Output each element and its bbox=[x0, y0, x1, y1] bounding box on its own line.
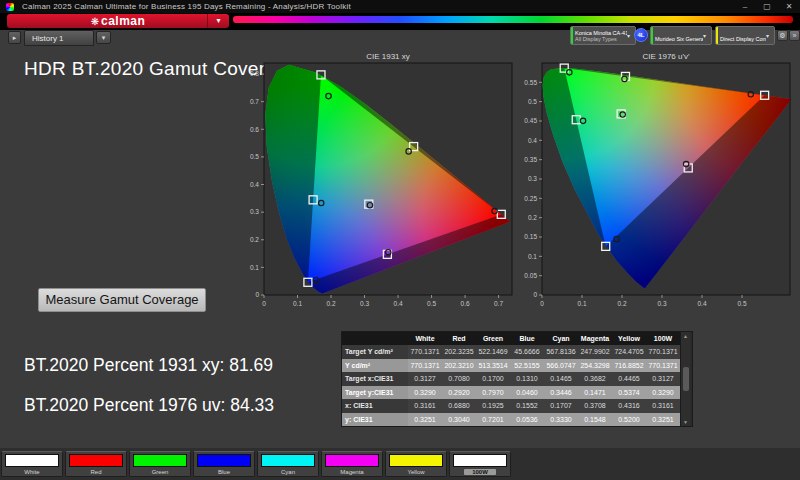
color-swatch bbox=[5, 454, 59, 467]
pattern-button-green[interactable]: Green bbox=[129, 451, 191, 477]
table-cell: 0.3251 bbox=[646, 413, 680, 427]
session-play-button[interactable]: ▸ bbox=[8, 31, 21, 44]
row-label: x: CIE31 bbox=[342, 399, 408, 413]
row-label: Target y:CIE31 bbox=[342, 386, 408, 400]
generator-dropdown[interactable]: Murideo Six Generator ▾ bbox=[650, 26, 712, 45]
table-cell: 0.6880 bbox=[442, 399, 476, 413]
table-cell: 724.4705 bbox=[612, 345, 646, 359]
calman-logo-button[interactable]: ❋ calman ▾ bbox=[7, 14, 229, 28]
column-header-cyan: Cyan bbox=[544, 332, 578, 345]
svg-text:0.2: 0.2 bbox=[528, 214, 537, 221]
pattern-button-blue[interactable]: Blue bbox=[193, 451, 255, 477]
svg-text:0.8: 0.8 bbox=[250, 70, 259, 77]
tab-menu-button[interactable]: ▾ bbox=[96, 31, 111, 44]
scroll-down-icon[interactable]: ▼ bbox=[683, 418, 688, 426]
svg-text:0.4: 0.4 bbox=[394, 300, 403, 307]
table-cell: 0.1925 bbox=[476, 399, 510, 413]
meter-name: Konica Minolta CA-410 bbox=[575, 30, 625, 36]
table-corner bbox=[342, 332, 408, 345]
calman-logo-text: calman bbox=[101, 14, 145, 28]
tab-history-1[interactable]: History 1 bbox=[24, 30, 94, 46]
svg-text:0.2: 0.2 bbox=[617, 300, 626, 307]
svg-text:0.3: 0.3 bbox=[360, 300, 369, 307]
pattern-label: Red bbox=[66, 469, 126, 475]
measure-gamut-coverage-button[interactable]: Measure Gamut Coverage bbox=[38, 288, 206, 312]
table-cell: 0.7080 bbox=[442, 372, 476, 386]
chart-title: CIE 1976 u'v' bbox=[642, 52, 690, 61]
pattern-button-white[interactable]: White bbox=[1, 451, 63, 477]
table-cell: 202.3235 bbox=[442, 345, 476, 359]
app-icon bbox=[6, 3, 14, 11]
meter-dropdown[interactable]: Konica Minolta CA-410 All Display Types … bbox=[570, 26, 636, 45]
color-swatch bbox=[325, 454, 379, 467]
pattern-button-red[interactable]: Red bbox=[65, 451, 127, 477]
more-options-icon[interactable]: » bbox=[789, 30, 800, 41]
table-cell: 0.5374 bbox=[612, 386, 646, 400]
minimize-button[interactable]: – bbox=[734, 0, 756, 13]
table-scrollbar[interactable]: ▲ ▼ bbox=[680, 332, 690, 426]
table-cell: 0.1548 bbox=[578, 413, 612, 427]
column-header-red: Red bbox=[442, 332, 476, 345]
table-cell: 0.3161 bbox=[408, 399, 442, 413]
pattern-label: Yellow bbox=[386, 469, 446, 475]
svg-text:0.6: 0.6 bbox=[461, 300, 470, 307]
scrollbar-thumb[interactable] bbox=[683, 367, 689, 391]
table-cell: 0.4316 bbox=[612, 399, 646, 413]
pattern-button-yellow[interactable]: Yellow bbox=[385, 451, 447, 477]
table-row: Target x:CIE310.31270.70800.17000.13100.… bbox=[342, 372, 680, 386]
svg-text:0: 0 bbox=[533, 291, 537, 298]
pattern-button-100w[interactable]: 100W bbox=[449, 451, 511, 477]
svg-text:0.7: 0.7 bbox=[250, 98, 259, 105]
spectrum-banner bbox=[233, 16, 793, 23]
svg-text:0.3: 0.3 bbox=[528, 175, 537, 182]
coverage-1976-text: BT.2020 Percent 1976 uv: 84.33 bbox=[24, 395, 274, 416]
table-cell: 0.1552 bbox=[510, 399, 544, 413]
table-cell: 0.2920 bbox=[442, 386, 476, 400]
table-cell: 522.1469 bbox=[476, 345, 510, 359]
display-control-dropdown[interactable]: Direct Display Control ▾ bbox=[715, 26, 775, 45]
table-cell: 566.0747 bbox=[544, 359, 578, 373]
svg-text:0.1: 0.1 bbox=[528, 253, 537, 260]
maximize-button[interactable]: ▢ bbox=[756, 0, 778, 13]
column-header-blue: Blue bbox=[510, 332, 544, 345]
table-cell: 0.1707 bbox=[544, 399, 578, 413]
table-cell: 513.3514 bbox=[476, 359, 510, 373]
color-swatch bbox=[389, 454, 443, 467]
table-cell: 0.3290 bbox=[646, 386, 680, 400]
svg-text:0.1: 0.1 bbox=[577, 300, 586, 307]
coverage-1931-text: BT.2020 Percent 1931 xy: 81.69 bbox=[24, 355, 273, 376]
table-row: Target y:CIE310.32900.29200.79700.04600.… bbox=[342, 386, 680, 400]
column-header-white: White bbox=[408, 332, 442, 345]
svg-text:0.3: 0.3 bbox=[250, 208, 259, 215]
row-label: y: CIE31 bbox=[342, 413, 408, 427]
pattern-button-cyan[interactable]: Cyan bbox=[257, 451, 319, 477]
measurement-table: WhiteRedGreenBlueCyanMagentaYellow100WTa… bbox=[341, 331, 693, 427]
svg-text:0.45: 0.45 bbox=[524, 117, 537, 124]
table-cell: 770.1371 bbox=[408, 345, 442, 359]
svg-text:0.25: 0.25 bbox=[524, 195, 537, 202]
pattern-label: Cyan bbox=[258, 469, 318, 475]
table-cell: 0.3708 bbox=[578, 399, 612, 413]
svg-text:0.55: 0.55 bbox=[524, 79, 537, 86]
close-button[interactable]: ✕ bbox=[778, 0, 800, 13]
table-cell: 0.1471 bbox=[578, 386, 612, 400]
table-row: x: CIE310.31610.68800.19250.15520.17070.… bbox=[342, 399, 680, 413]
svg-text:0.1: 0.1 bbox=[250, 264, 259, 271]
pattern-button-magenta[interactable]: Magenta bbox=[321, 451, 383, 477]
svg-text:0.4: 0.4 bbox=[697, 300, 706, 307]
settings-gear-icon[interactable]: ⚙ bbox=[777, 30, 788, 41]
svg-text:0.5: 0.5 bbox=[528, 98, 537, 105]
display-control-name: Direct Display Control bbox=[720, 36, 766, 42]
calman-logo-icon: ❋ bbox=[91, 16, 99, 27]
window-title: Calman 2025 Calman Ultimate for Business… bbox=[22, 2, 351, 11]
svg-text:0.4: 0.4 bbox=[250, 181, 259, 188]
logo-menu-caret-icon[interactable]: ▾ bbox=[207, 14, 229, 28]
pattern-label: 100W bbox=[464, 469, 496, 475]
table-cell: 770.1371 bbox=[408, 359, 442, 373]
scroll-up-icon[interactable]: ▲ bbox=[683, 332, 688, 340]
footer-bar: WhiteRedGreenBlueCyanMagentaYellow100W ◉… bbox=[0, 448, 800, 480]
meter-badge[interactable]: 4L bbox=[634, 28, 648, 42]
svg-text:0: 0 bbox=[255, 291, 259, 298]
color-swatch bbox=[453, 454, 507, 467]
color-swatch bbox=[197, 454, 251, 467]
